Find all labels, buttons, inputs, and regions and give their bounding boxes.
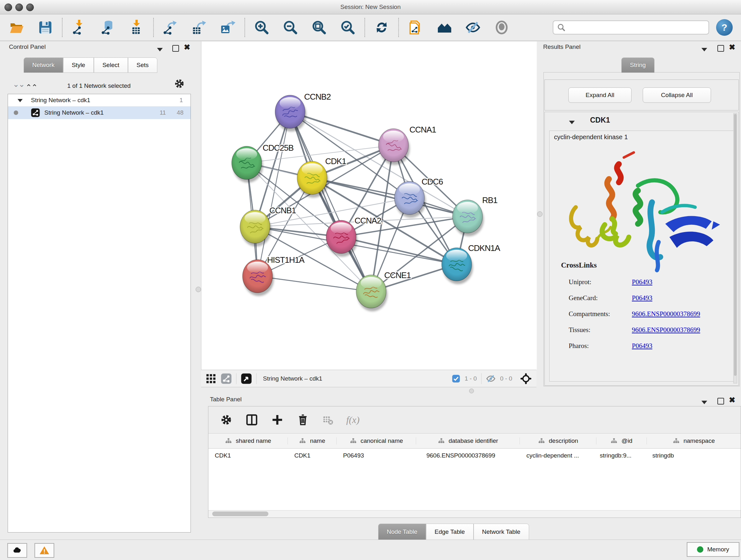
table-settings-gear-icon[interactable]: [220, 414, 232, 426]
hide-selected-icon[interactable]: [465, 20, 481, 35]
uniprot-link[interactable]: P06493: [632, 274, 700, 290]
network-canvas[interactable]: CCNB2CCNA1CDC25BCDK1CDC6RB1CCNB1CCNA2CDK…: [201, 42, 537, 370]
cell-namespace[interactable]: stringdb: [647, 452, 741, 459]
expand-all-button[interactable]: Expand All: [568, 87, 631, 103]
results-panel-collapse-icon[interactable]: [701, 47, 707, 53]
table-row[interactable]: CDK1 CDK1 P06493 9606.ENSP00000378699 cy…: [208, 449, 741, 462]
tab-network-table[interactable]: Network Table: [474, 523, 529, 540]
node-label-CDC6: CDC6: [421, 177, 443, 186]
save-session-button[interactable]: [38, 20, 53, 35]
memory-button[interactable]: Memory: [687, 542, 739, 557]
left-splitter-handle[interactable]: [196, 287, 201, 292]
network-row-selected[interactable]: String Network – cdk1 11 48: [8, 106, 191, 119]
cell-id[interactable]: stringdb:9...: [597, 452, 647, 459]
network-node-CCNE1[interactable]: CCNE1: [356, 270, 411, 311]
open-session-button[interactable]: [9, 20, 24, 35]
warnings-button[interactable]: [35, 543, 54, 558]
search-field[interactable]: [553, 20, 709, 35]
network-node-CCNB2[interactable]: CCNB2: [275, 92, 331, 132]
control-panel-title: Control Panel: [9, 44, 46, 51]
zoom-in-icon[interactable]: [254, 20, 269, 35]
hidden-count-eye-icon[interactable]: [486, 374, 495, 383]
network-node-CDKN1A[interactable]: CDKN1A: [442, 243, 500, 284]
results-panel-float-icon[interactable]: [718, 45, 724, 53]
network-node-RB1[interactable]: RB1: [453, 195, 497, 236]
network-node-CCNB1[interactable]: CCNB1: [240, 206, 296, 246]
network-type-icon: [31, 108, 40, 117]
cloud-status-button[interactable]: [7, 543, 27, 558]
network-view-mode-icon[interactable]: [221, 373, 232, 384]
collapse-all-networks-icon[interactable]: ⌄⌄: [13, 80, 24, 89]
fit-content-crosshair-icon[interactable]: [520, 373, 532, 385]
export-network-icon[interactable]: [163, 20, 178, 35]
control-panel-close-icon[interactable]: ✖: [184, 44, 190, 51]
table-panel-collapse-icon[interactable]: [701, 400, 707, 406]
tab-node-table[interactable]: Node Table: [378, 523, 426, 540]
export-image-icon[interactable]: [220, 20, 235, 35]
tab-edge-table[interactable]: Edge Table: [426, 523, 474, 540]
table-panel-close-icon[interactable]: ✖: [729, 397, 735, 403]
delete-column-trash-icon[interactable]: [296, 414, 309, 426]
export-table-icon[interactable]: [192, 20, 207, 35]
network-snapshot-icon[interactable]: [408, 20, 423, 35]
column-header[interactable]: database identifier: [416, 437, 520, 444]
selected-count-checkbox-icon[interactable]: [452, 374, 460, 383]
network-node-CDC25B[interactable]: CDC25B: [232, 143, 293, 183]
tab-network[interactable]: Network: [23, 57, 63, 73]
import-network-file-icon[interactable]: [71, 20, 87, 35]
control-panel-collapse-icon[interactable]: [157, 47, 163, 53]
delete-table-icon[interactable]: [322, 414, 333, 426]
zoom-out-icon[interactable]: [283, 20, 298, 35]
gene-expander-icon[interactable]: [569, 120, 575, 125]
first-neighbors-icon[interactable]: [436, 20, 452, 35]
horizontal-splitter-handle[interactable]: [469, 388, 474, 393]
cell-database-identifier[interactable]: 9606.ENSP00000378699: [416, 452, 520, 459]
cell-description[interactable]: cyclin-dependent ...: [520, 452, 597, 459]
control-panel-float-icon[interactable]: [172, 45, 179, 53]
zoom-selected-icon[interactable]: [340, 20, 355, 35]
tissues-link[interactable]: 9606.ENSP00000378699: [632, 322, 700, 338]
column-header[interactable]: shared name: [208, 437, 288, 444]
network-collection-row[interactable]: String Network – cdk1 1: [8, 94, 191, 106]
show-all-icon[interactable]: [494, 20, 509, 35]
tab-style[interactable]: Style: [63, 57, 94, 73]
tab-string[interactable]: String: [621, 57, 655, 73]
results-panel-close-icon[interactable]: ✖: [729, 44, 735, 51]
column-header[interactable]: @id: [596, 437, 647, 444]
network-edge-CCNB2-HIST1H1A[interactable]: [258, 112, 290, 276]
collection-expander-icon[interactable]: [17, 97, 23, 104]
network-node-HIST1H1A[interactable]: HIST1H1A: [243, 255, 305, 296]
pharos-link[interactable]: P06493: [632, 338, 700, 354]
import-network-database-icon[interactable]: [100, 20, 116, 35]
help-icon[interactable]: ?: [716, 19, 733, 36]
column-header[interactable]: namespace: [647, 437, 741, 444]
compartments-link[interactable]: 9606.ENSP00000378699: [632, 306, 700, 322]
table-horizontal-scrollbar[interactable]: [208, 510, 741, 517]
column-header[interactable]: description: [520, 437, 596, 444]
table-panel-float-icon[interactable]: [718, 398, 724, 406]
tab-sets[interactable]: Sets: [128, 57, 157, 73]
add-column-icon[interactable]: [271, 414, 284, 426]
column-header[interactable]: name: [288, 437, 337, 444]
cell-shared-name[interactable]: CDK1: [208, 452, 288, 459]
network-panel-gear-icon[interactable]: [174, 78, 185, 91]
results-scrollbar[interactable]: [733, 113, 737, 383]
grid-view-icon[interactable]: [205, 373, 216, 384]
network-edge-HIST1H1A-CCNE1[interactable]: [258, 276, 371, 292]
right-splitter-handle[interactable]: [537, 211, 542, 217]
tab-select[interactable]: Select: [94, 57, 128, 73]
cell-name[interactable]: CDK1: [288, 452, 337, 459]
birds-eye-view-icon[interactable]: [241, 373, 252, 384]
node-label-CDKN1A: CDKN1A: [468, 243, 500, 253]
function-builder-icon[interactable]: f(x): [346, 415, 360, 425]
expand-all-networks-icon[interactable]: ⌄⌄: [26, 82, 38, 91]
search-input[interactable]: [565, 24, 704, 31]
zoom-fit-icon[interactable]: [312, 20, 327, 35]
collapse-all-button[interactable]: Collapse All: [643, 87, 711, 103]
import-table-file-icon[interactable]: [129, 20, 144, 35]
cell-canonical-name[interactable]: P06493: [337, 452, 416, 459]
column-header[interactable]: canonical name: [337, 437, 416, 444]
genecard-link[interactable]: P06493: [632, 290, 700, 306]
show-columns-icon[interactable]: [246, 414, 258, 426]
refresh-layout-icon[interactable]: [374, 20, 389, 35]
